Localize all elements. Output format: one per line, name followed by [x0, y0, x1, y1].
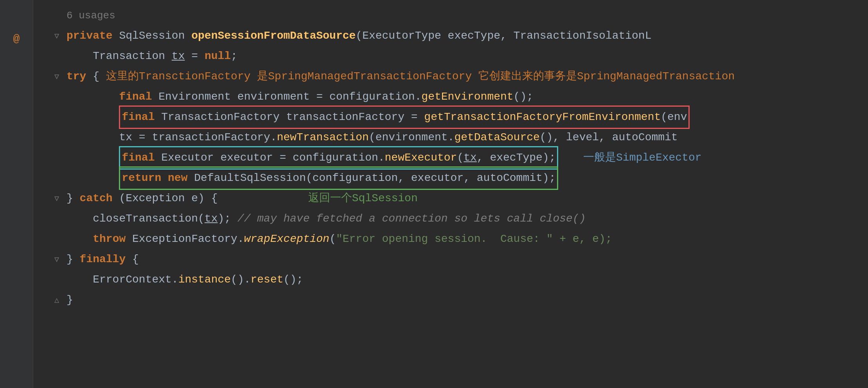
fold-up-icon[interactable]: △: [54, 294, 59, 306]
line-return-stmt: return new DefaultSqlSession(configurati…: [47, 168, 856, 188]
usages-label: 6 usages: [66, 5, 115, 26]
code-editor: @ 6 usages ▽ private SqlSession openSess…: [0, 0, 868, 388]
line-8-text: return new DefaultSqlSession(configurati…: [66, 166, 558, 190]
line-icons-14: △: [47, 294, 66, 306]
line-9-text: } catch (Exception e) { 返回一个SqlSession: [66, 188, 418, 209]
fold-down-icon[interactable]: ▽: [54, 30, 59, 42]
at-symbol: @: [13, 30, 20, 47]
line-6-text: tx = transactionFactory.newTransaction(e…: [66, 127, 678, 148]
line-3-text: try { 这里的TransctionFactory 是SpringManage…: [66, 66, 735, 87]
line-4-text: final Environment environment = configur…: [66, 87, 533, 107]
sidebar-strip: @: [0, 0, 33, 388]
line-throw-stmt: throw ExceptionFactory.wrapException("Er…: [47, 229, 856, 249]
line-close-brace: △ }: [47, 290, 856, 310]
line-icons-3: ▽: [47, 71, 66, 83]
fold-down-icon-4[interactable]: ▽: [54, 254, 59, 266]
line-12-text: } finally {: [66, 249, 139, 270]
line-13-text: ErrorContext.instance().reset();: [66, 270, 303, 290]
line-method-sig: ▽ private SqlSession openSessionFromData…: [47, 26, 856, 46]
line-catch-open: ▽ } catch (Exception e) { 返回一个SqlSession: [47, 188, 856, 209]
line-7-text: final Executor executor = configuration.…: [66, 146, 702, 170]
line-close-tx: closeTransaction(tx); // may have fetche…: [47, 209, 856, 229]
line-1-text: private SqlSession openSessionFromDataSo…: [66, 26, 651, 46]
line-tx-decl: Transaction tx = null;: [47, 46, 856, 66]
usages-line: 6 usages: [47, 5, 856, 26]
fold-down-icon-3[interactable]: ▽: [54, 193, 59, 205]
line-icons-1: ▽: [47, 30, 66, 42]
line-finally-open: ▽ } finally {: [47, 249, 856, 270]
line-14-text: }: [66, 290, 73, 310]
line-icons-12: ▽: [47, 254, 66, 266]
line-icons-9: ▽: [47, 193, 66, 205]
code-area: 6 usages ▽ private SqlSession openSessio…: [35, 0, 868, 316]
line-tx-new: tx = transactionFactory.newTransaction(e…: [47, 127, 856, 148]
line-tf-decl: final TransactionFactory transactionFact…: [47, 107, 856, 127]
line-error-ctx: ErrorContext.instance().reset();: [47, 270, 856, 290]
line-2-text: Transaction tx = null;: [66, 46, 237, 66]
fold-down-icon-2[interactable]: ▽: [54, 71, 59, 83]
line-env-decl: final Environment environment = configur…: [47, 87, 856, 107]
line-try-open: ▽ try { 这里的TransctionFactory 是SpringMana…: [47, 66, 856, 87]
line-5-text: final TransactionFactory transactionFact…: [66, 105, 690, 129]
line-10-text: closeTransaction(tx); // may have fetche…: [66, 209, 586, 229]
line-executor-decl: final Executor executor = configuration.…: [47, 148, 856, 168]
line-11-text: throw ExceptionFactory.wrapException("Er…: [66, 229, 612, 249]
